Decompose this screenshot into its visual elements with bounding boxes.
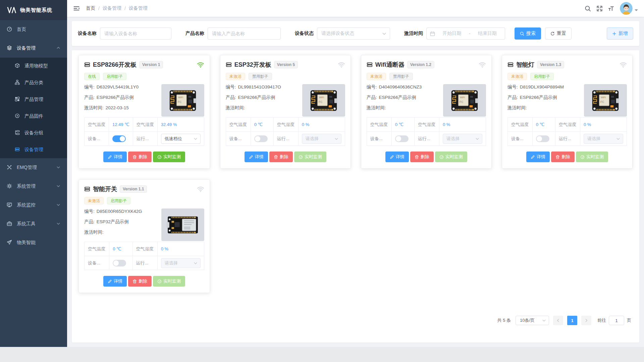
sidebar-toggle-icon[interactable] xyxy=(73,5,80,12)
end-date-placeholder[interactable]: 结束日期 xyxy=(473,31,501,37)
device-status-select[interactable]: 请选择设备状态 xyxy=(317,27,390,40)
device-info: 编号:D85E00R65DYXK42G 产品:ESP32产品示例 激活时间: xyxy=(84,208,158,241)
device-card: 智能灯 Version 1.3 未激活 启用影子 编号:D819DLX904P8… xyxy=(502,55,633,169)
search-icon[interactable] xyxy=(585,5,591,12)
detail-button[interactable]: 详情 xyxy=(526,152,550,162)
sn-value: D40409640636CNZ3 xyxy=(379,84,422,89)
run-mode-select[interactable]: 请选择 xyxy=(584,134,623,144)
realtime-monitor-button[interactable]: 实时监测 xyxy=(153,152,185,162)
toggle-knob xyxy=(537,136,542,141)
temp-value: 0 ℃ xyxy=(532,118,555,132)
toggle-knob xyxy=(255,136,260,141)
device-switch-toggle[interactable] xyxy=(112,135,126,142)
device-icon xyxy=(367,62,373,68)
device-switch-toggle[interactable] xyxy=(254,135,268,142)
page-size-select[interactable]: 10条/页 xyxy=(516,316,549,325)
sidebar-item-product-management[interactable]: 产品管理 xyxy=(0,91,67,108)
chevron-down-icon xyxy=(56,221,60,227)
sidebar-item-device-group[interactable]: 设备分组 xyxy=(0,125,67,141)
delete-button[interactable]: 删除 xyxy=(410,152,434,162)
sidebar-item-product-firmware[interactable]: 产品固件 xyxy=(0,108,67,125)
sn-label: 编号: xyxy=(507,84,518,89)
humidity-value: 0 % xyxy=(580,118,627,132)
delete-button[interactable]: 删除 xyxy=(551,152,575,162)
start-date-placeholder[interactable]: 开始日期 xyxy=(438,31,466,37)
add-device-button[interactable]: 新增 xyxy=(607,27,633,40)
activated-label: 激活时间: xyxy=(367,105,386,110)
run-mode-select[interactable]: 请选择 xyxy=(161,258,201,268)
sidebar-item-emq-management[interactable]: EMQ管理 xyxy=(0,158,67,177)
sidebar-item-device-management[interactable]: 设备管理 xyxy=(0,39,67,58)
product-value: ESP8266产品示例 xyxy=(238,95,275,100)
user-menu[interactable] xyxy=(620,2,638,15)
run-mode-value: 请选择 xyxy=(306,136,319,142)
sidebar-item-product-category[interactable]: 产品分类 xyxy=(0,74,67,91)
device-card-body: 编号:D85E00R65DYXK42G 产品:ESP32产品示例 激活时间: xyxy=(84,208,204,241)
sidebar-item-system-management[interactable]: 系统管理 xyxy=(0,177,67,196)
activated-label: 激活时间: xyxy=(507,105,527,110)
device-card-header: ESP32开发板 Version 5 xyxy=(226,61,345,69)
sidebar-item-home[interactable]: 首页 xyxy=(0,20,67,39)
delete-button[interactable]: 删除 xyxy=(269,152,293,162)
next-page-button[interactable] xyxy=(581,316,591,325)
run-mode-label: 运行... xyxy=(273,132,298,146)
device-card: 智能开关 Version 1.1 未激活 启用影子 编号:D85E00R65DY… xyxy=(78,179,210,293)
detail-button[interactable]: 详情 xyxy=(385,152,409,162)
run-mode-select[interactable]: 低速档位 xyxy=(161,134,201,144)
device-product-line: 产品:ESP8266产品示例 xyxy=(507,95,581,101)
svg-text:WiFi: WiFi xyxy=(178,96,183,99)
device-property-table: 空气温度 0 ℃ 空气湿度 0 % 设备... 运行... 请选择 xyxy=(84,242,204,270)
avatar[interactable] xyxy=(620,2,633,15)
search-button[interactable]: 搜索 xyxy=(515,27,541,40)
realtime-monitor-button[interactable]: 实时监测 xyxy=(294,152,326,162)
device-switch-cell xyxy=(391,132,414,146)
logo[interactable]: 物美智能系统 xyxy=(0,0,67,20)
detail-button-label: 详情 xyxy=(114,278,122,284)
detail-button[interactable]: 详情 xyxy=(245,152,268,162)
sidebar-item-device-list[interactable]: 设备管理 xyxy=(0,141,67,158)
detail-button[interactable]: 详情 xyxy=(103,276,127,287)
delete-button[interactable]: 删除 xyxy=(128,276,152,287)
prev-page-button[interactable] xyxy=(553,316,563,325)
fullscreen-icon[interactable] xyxy=(596,5,603,12)
delete-button[interactable]: 删除 xyxy=(128,152,152,162)
sidebar-item-system-monitor[interactable]: 系统监控 xyxy=(0,196,67,215)
sn-value: D6329VL54419L1Y0 xyxy=(97,84,139,89)
run-mode-select[interactable]: 请选择 xyxy=(302,134,341,144)
detail-button[interactable]: 详情 xyxy=(103,152,127,162)
reset-button[interactable]: 重置 xyxy=(545,27,572,40)
run-mode-cell: 请选择 xyxy=(298,132,345,146)
device-card-header: ESP8266开发板 Version 1 xyxy=(84,61,204,69)
page-number-current[interactable]: 1 xyxy=(567,316,577,325)
realtime-monitor-button[interactable]: 实时监测 xyxy=(153,276,185,287)
device-status-tag: 未激活 xyxy=(226,73,245,80)
breadcrumb-device-management[interactable]: 设备管理 xyxy=(103,5,121,11)
sidebar-item-system-tools[interactable]: 系统工具 xyxy=(0,215,67,233)
date-range-picker[interactable]: 开始日期 - 结束日期 xyxy=(426,27,505,40)
pagination-goto: 前往 页 xyxy=(597,316,631,325)
activated-label: 激活时间: xyxy=(84,230,104,235)
device-switch-toggle[interactable] xyxy=(113,260,126,266)
breadcrumb-home[interactable]: 首页 xyxy=(86,5,95,11)
device-name-input[interactable] xyxy=(100,27,171,40)
status-tag-row: 未激活 启用影子 xyxy=(84,197,204,204)
device-switch-toggle[interactable] xyxy=(536,135,549,142)
product-name-input[interactable] xyxy=(208,27,281,40)
font-size-icon[interactable] xyxy=(608,5,614,12)
device-product-line: 产品:ESP8266产品示例 xyxy=(84,95,158,101)
status-tag-row: 未激活 启用影子 xyxy=(507,73,627,80)
realtime-monitor-button[interactable]: 实时监测 xyxy=(576,152,608,162)
realtime-monitor-button[interactable]: 实时监测 xyxy=(435,152,467,162)
product-value: ESP8266产品示例 xyxy=(379,95,416,100)
goto-page-input[interactable] xyxy=(609,316,624,325)
sidebar-item-wumei-smart[interactable]: 物美智能 xyxy=(0,233,67,252)
device-board-image: WiFi FC xyxy=(584,84,627,117)
run-mode-select[interactable]: 请选择 xyxy=(443,134,482,144)
device-switch-cell xyxy=(532,132,555,146)
sidebar-item-label: 设备分组 xyxy=(24,130,43,136)
toggle-knob xyxy=(120,136,125,141)
trash-icon xyxy=(274,155,278,159)
chevron-down-icon xyxy=(382,32,386,36)
sidebar-item-thing-model[interactable]: 通用物模型 xyxy=(0,58,67,74)
device-switch-toggle[interactable] xyxy=(395,135,409,142)
